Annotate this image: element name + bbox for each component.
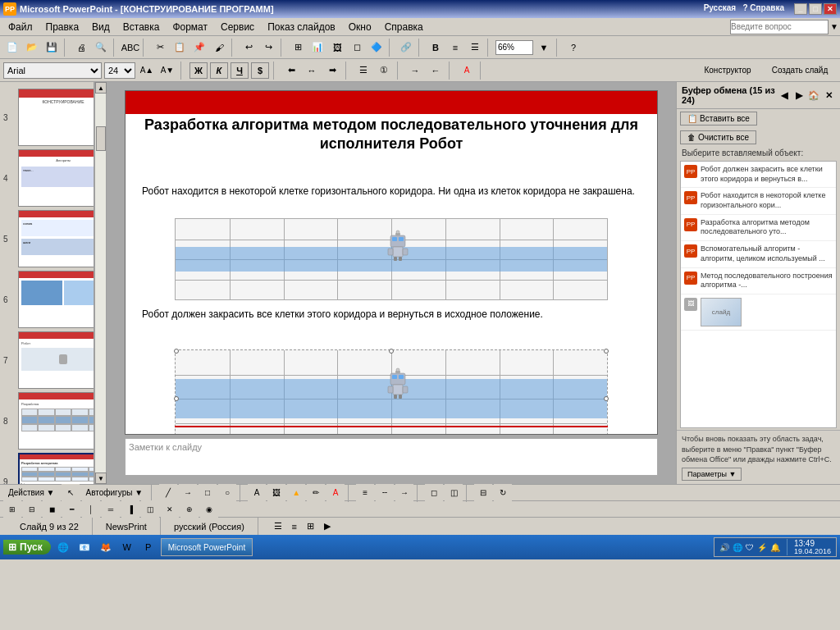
new-button[interactable]: 📄 — [3, 39, 21, 57]
paste-all-button[interactable]: 📋 Вставить все — [680, 112, 757, 126]
rotate-tool[interactable]: ↻ — [494, 484, 512, 502]
quicklaunch-ppt[interactable]: P — [139, 538, 158, 556]
slide-thumb-8[interactable]: 8 Разработка — [18, 392, 90, 450]
clipboard-item-1[interactable]: PP Робот должен закрасить все клетки это… — [681, 162, 836, 188]
view-buttons[interactable]: ☰ ≡ ⊞ ▶ — [258, 518, 347, 535]
fill-color-tool[interactable]: ▲ — [287, 484, 305, 502]
spell-check-button[interactable]: ABC — [121, 39, 139, 57]
scroll-thumb[interactable] — [96, 126, 106, 151]
print-button[interactable]: 🖨 — [72, 39, 90, 57]
draw-tb2-btn11[interactable]: ◉ — [200, 500, 218, 518]
selection-handle-ml[interactable] — [174, 396, 179, 401]
save-button[interactable]: 💾 — [43, 39, 61, 57]
menu-window[interactable]: Окно — [342, 20, 378, 34]
font-name-select[interactable]: Arial — [3, 62, 102, 79]
insert-image-button[interactable]: 🖼 — [328, 39, 346, 57]
active-window-item[interactable]: Microsoft PowerPoint — [161, 538, 253, 556]
insert-diagram-button[interactable]: 🔷 — [368, 39, 386, 57]
slide-thumb-3[interactable]: 3 КОНСТРУИРОВАНИЕ — [18, 89, 90, 146]
line-tool[interactable]: ╱ — [159, 484, 177, 502]
minimize-button[interactable]: _ — [794, 3, 807, 15]
clear-all-button[interactable]: 🗑 Очистить все — [680, 130, 756, 144]
grow-font-button[interactable]: A▲ — [138, 62, 156, 80]
line-color-tool[interactable]: ✏ — [307, 484, 325, 502]
slide-thumb-6[interactable]: 6 — [18, 271, 90, 328]
increase-indent-button[interactable]: → — [406, 62, 424, 80]
shrink-font-button[interactable]: A▼ — [158, 62, 176, 80]
insert-clipart[interactable]: 🖼 — [267, 484, 285, 502]
draw-tb2-btn8[interactable]: ◫ — [141, 500, 159, 518]
clipboard-close-button[interactable]: ✕ — [822, 89, 835, 101]
draw-tb2-btn4[interactable]: ━ — [62, 500, 80, 518]
new-slide-button[interactable]: Создать слайд — [763, 62, 837, 80]
draw-tb2-btn3[interactable]: ◼ — [43, 500, 61, 518]
menu-slideshow[interactable]: Показ слайдов — [261, 20, 342, 34]
align-left-button[interactable]: ⬅ — [282, 62, 300, 80]
quicklaunch-word[interactable]: W — [118, 538, 136, 556]
slide-scrollbar[interactable]: ▲ ▼ — [94, 82, 106, 484]
quicklaunch-firefox[interactable]: 🦊 — [97, 538, 115, 556]
oval-tool[interactable]: ○ — [218, 484, 236, 502]
line-style-tool[interactable]: ≡ — [356, 484, 374, 502]
preview-button[interactable]: 🔍 — [92, 39, 110, 57]
scroll-down-arrow[interactable]: ▼ — [95, 472, 107, 484]
close-button[interactable]: ✕ — [824, 3, 837, 15]
menu-service[interactable]: Сервис — [214, 20, 261, 34]
actions-button[interactable]: Действия ▼ — [3, 486, 60, 499]
clipboard-forward-button[interactable]: ▶ — [792, 89, 806, 101]
search-arrow[interactable]: ▼ — [830, 22, 838, 31]
menu-view[interactable]: Вид — [85, 20, 116, 34]
slide-thumb-4[interactable]: 4 Алгоритм текст... — [18, 149, 90, 207]
bold-font-button[interactable]: Ж — [189, 62, 208, 79]
clipboard-item-4[interactable]: PP Вспомогательный алгоритм - алгоритм, … — [681, 241, 836, 267]
design-button[interactable]: Конструктор — [695, 62, 760, 80]
arrow-tool[interactable]: → — [179, 484, 197, 502]
scroll-up-arrow[interactable]: ▲ — [95, 82, 107, 94]
outline-view-button[interactable]: ≡ — [288, 520, 301, 533]
3d-tool[interactable]: ◫ — [445, 484, 463, 502]
numbered-list-button[interactable]: ① — [375, 62, 393, 80]
selection-handle-tr[interactable] — [604, 349, 609, 354]
quicklaunch-email[interactable]: 📧 — [75, 538, 94, 556]
insert-table-button[interactable]: ⊞ — [289, 39, 307, 57]
maximize-button[interactable]: □ — [809, 3, 822, 15]
insert-hyperlink-button[interactable]: 🔗 — [397, 39, 415, 57]
start-button[interactable]: ⊞ Пуск — [3, 540, 51, 555]
scroll-track[interactable] — [95, 94, 106, 472]
draw-tb2-btn7[interactable]: ▐ — [121, 500, 139, 518]
decrease-indent-button[interactable]: ← — [427, 62, 445, 80]
rect-tool[interactable]: □ — [199, 484, 217, 502]
zoom-input[interactable] — [495, 40, 533, 55]
selection-handle-tl[interactable] — [174, 349, 179, 354]
paste-button[interactable]: 📌 — [190, 39, 208, 57]
align-right-button[interactable]: ➡ — [323, 62, 341, 80]
slide-thumb-9[interactable]: 9 Разработка алгоритма Робот должен закр… — [18, 453, 90, 484]
notes-area[interactable]: Заметки к слайду — [125, 438, 658, 476]
insert-chart-button[interactable]: 📊 — [308, 39, 326, 57]
format-painter-button[interactable]: 🖌 — [210, 39, 228, 57]
help-search-input[interactable] — [730, 20, 829, 34]
underline-font-button[interactable]: Ч — [231, 62, 249, 79]
clipboard-home-button[interactable]: 🏠 — [807, 89, 820, 101]
shadow-font-button[interactable]: $ — [251, 62, 269, 79]
font-size-select[interactable]: 24 — [104, 62, 135, 79]
select-pointer[interactable]: ↖ — [62, 484, 80, 502]
draw-tb2-btn6[interactable]: ═ — [102, 500, 120, 518]
clipboard-item-3[interactable]: PP Разработка алгоритма методом последов… — [681, 215, 836, 241]
insert-wordart[interactable]: A — [248, 484, 266, 502]
draw-tb2-btn10[interactable]: ⊕ — [180, 500, 199, 518]
quicklaunch-ie[interactable]: 🌐 — [54, 538, 72, 556]
window-controls[interactable]: Русская ? Справка _ □ ✕ — [704, 3, 837, 15]
menu-insert[interactable]: Вставка — [116, 20, 167, 34]
font-color-tool[interactable]: A — [326, 484, 345, 502]
menu-file[interactable]: Файл — [2, 20, 39, 34]
draw-tb2-btn9[interactable]: ✕ — [161, 500, 179, 518]
insert-shape-button[interactable]: ◻ — [348, 39, 366, 57]
undo-button[interactable]: ↩ — [240, 39, 258, 57]
slide-thumb-5[interactable]: 5 схема шаги — [18, 210, 90, 267]
menu-format[interactable]: Формат — [166, 20, 214, 34]
zoom-dropdown[interactable]: ▼ — [535, 39, 553, 57]
slide-thumb-7[interactable]: 7 Робот — [18, 331, 90, 389]
slidesorter-view-button[interactable]: ⊞ — [304, 520, 317, 533]
open-button[interactable]: 📂 — [23, 39, 41, 57]
